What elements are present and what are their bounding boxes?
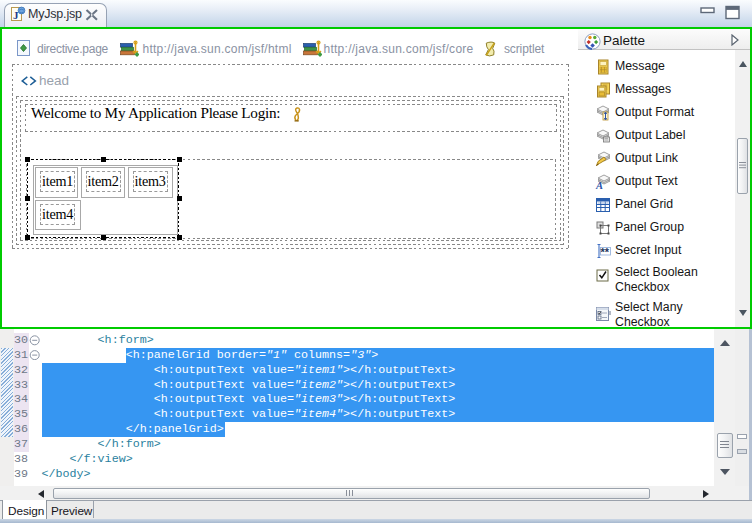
svg-text:**: ** — [601, 245, 610, 257]
svg-text:A: A — [595, 180, 603, 190]
